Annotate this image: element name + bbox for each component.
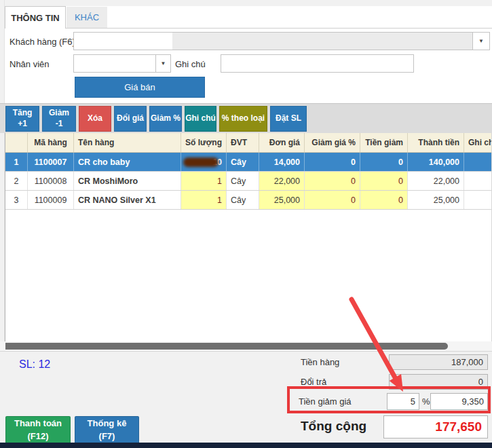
decrease-qty-button[interactable]: Giảm -1 [42,106,76,132]
cell-discount_pct[interactable]: 0 [305,172,360,190]
cell-text: 0 [351,157,356,167]
cell-text: CR NANO Silver X1 [78,195,156,205]
horizontal-scrollbar-thumb[interactable] [5,343,448,350]
cell-note[interactable] [464,172,492,190]
discount-amount-input[interactable] [430,393,488,410]
cell-text: 0 [351,195,356,205]
cell-index[interactable]: 3 [5,191,28,209]
total-quantity-text: SL: 12 [19,358,50,371]
line-note-button[interactable]: Ghi chú [185,106,216,132]
chevron-down-icon[interactable]: ▼ [155,55,170,72]
cell-qty[interactable]: 1 [181,172,227,190]
cell-text: 22,000 [434,176,459,186]
cell-unit[interactable]: Cây [227,191,259,209]
column-header-index [5,133,28,152]
cell-price[interactable]: 25,000 [259,191,305,209]
cell-total[interactable]: 22,000 [408,172,464,190]
cell-index[interactable]: 1 [5,153,28,171]
top-strip [0,0,492,6]
grid-header-row: Mã hàngTên hàngSố lượngĐVTĐơn giáGiảm gi… [5,133,491,153]
cell-text: 1100009 [35,195,67,205]
cell-discount_pct[interactable]: 0 [305,191,360,209]
customer-combobox[interactable]: ▼ [73,32,490,50]
cell-note[interactable] [464,191,492,209]
cell-text: 1 [217,195,222,205]
staff-label: Nhân viên [10,59,50,69]
cell-text: 25,000 [434,195,459,205]
cell-text: 0 [398,157,403,167]
cell-text: 1 [14,157,19,167]
percent-sign: % [422,396,430,407]
column-header-note: Ghi chú [464,133,492,152]
cell-text: 22,000 [274,176,300,186]
tab-thong-tin[interactable]: THÔNG TIN [5,6,66,29]
cell-index[interactable]: 2 [5,172,28,190]
cell-unit[interactable]: Cây [227,153,259,171]
cell-text: 14,000 [274,157,300,167]
stats-button[interactable]: Thống kê (F7) [75,416,139,444]
table-row[interactable]: 11100007CR cho baby10Cây14,00000140,000 [5,153,491,172]
note-input[interactable] [221,54,414,73]
cell-text: Cây [231,176,246,186]
horizontal-scrollbar [0,341,492,351]
cell-text: 0 [398,195,403,205]
cell-note[interactable] [464,153,492,171]
cell-text: 25,000 [274,195,300,205]
column-header-discount_amt: Tiền giảm [360,133,408,152]
tab-khac[interactable]: KHÁC [67,7,107,28]
price-button[interactable]: Giá bán [75,77,205,98]
cell-text: 2 [14,176,19,186]
cell-unit[interactable]: Cây [227,172,259,190]
grid-toolbar: Tăng +1Giảm -1XóaĐổi giáGiảm %Ghi chú% t… [0,103,492,133]
customer-input[interactable] [74,33,172,50]
cell-price[interactable]: 22,000 [259,172,305,190]
chevron-down-icon[interactable]: ▼ [472,33,489,50]
discount-label: Tiền giảm giá [299,396,352,407]
info-form: Khách hàng (F6) ▼ Nhân viên ▼ Ghi chú Gi… [5,28,492,103]
table-row[interactable]: 31100009CR NANO Silver X11Cây25,0000025,… [5,191,491,210]
cell-text: 0 [398,176,403,186]
column-header-total: Thành tiền [408,133,464,152]
cell-code[interactable]: 1100008 [28,172,74,190]
column-header-qty: Số lượng [181,133,227,152]
delete-button[interactable]: Xóa [79,106,111,132]
grand-total-label: Tổng cộng [301,419,366,434]
cell-name[interactable]: CR NANO Silver X1 [74,191,181,209]
left-gutter [0,0,5,351]
column-header-code: Mã hàng [28,133,74,152]
cell-text: 1 [217,176,222,186]
cell-qty[interactable]: 10 [181,153,227,171]
discount-percent-button[interactable]: Giảm % [149,106,182,132]
cell-text: CR cho baby [78,157,130,167]
set-quantity-button[interactable]: Đặt SL [270,106,307,132]
cell-discount_amt[interactable]: 0 [360,191,408,209]
cell-price[interactable]: 14,000 [259,153,305,171]
grand-total-field: 177,650 [383,415,488,438]
cell-name[interactable]: CR cho baby [74,153,181,171]
cell-text: 1100007 [35,157,67,167]
cell-discount_pct[interactable]: 0 [305,153,360,171]
cell-text: 3 [14,195,19,205]
column-header-discount_pct: Giảm giá % [305,133,360,152]
cell-discount_amt[interactable]: 0 [360,153,408,171]
cell-total[interactable]: 140,000 [408,153,464,171]
cell-total[interactable]: 25,000 [408,191,464,209]
cell-qty[interactable]: 1 [181,191,227,209]
cell-discount_amt[interactable]: 0 [360,172,408,190]
cell-name[interactable]: CR MoshiMoro [74,172,181,190]
cell-code[interactable]: 1100009 [28,191,74,209]
increase-qty-button[interactable]: Tăng +1 [5,106,39,132]
subtotal-field: 187,000 [389,354,488,370]
window-bottom-bar [0,443,492,448]
staff-dropdown[interactable]: ▼ [73,54,171,73]
customer-label: Khách hàng (F6) [10,37,75,47]
cell-text: 1100008 [35,176,67,186]
discount-percent-input[interactable] [387,393,419,410]
cell-text: 140,000 [429,157,459,167]
percent-by-category-button[interactable]: % theo loại [219,106,267,132]
cell-code[interactable]: 1100007 [28,153,74,171]
pay-button[interactable]: Thanh toán (F12) [5,416,71,444]
subtotal-label: Tiền hàng [301,357,339,367]
change-price-button[interactable]: Đổi giá [114,106,147,132]
table-row[interactable]: 21100008CR MoshiMoro1Cây22,0000022,000 [5,172,491,191]
